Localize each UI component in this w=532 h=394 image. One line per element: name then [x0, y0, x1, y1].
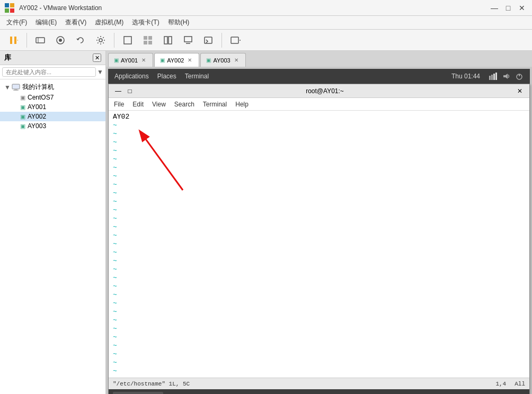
close-button[interactable]: ✕: [516, 2, 528, 14]
taskbar-terminal-item[interactable]: ▣ root@AY01:~: [113, 392, 163, 394]
svg-marker-11: [76, 39, 79, 40]
send-ctrl-alt-del-button[interactable]: [31, 31, 49, 49]
menu-view[interactable]: 查看(V): [61, 16, 91, 30]
inner-menu-terminal[interactable]: Terminal: [200, 98, 230, 111]
status-range: All: [515, 381, 525, 387]
tab-ay002[interactable]: ▣ AY002 ✕: [154, 53, 199, 67]
terminal-line-hostname: AY02: [113, 113, 525, 121]
tree-ay003[interactable]: ▶ ▣ AY003: [0, 121, 105, 131]
guest-os-bar: Applications Places Terminal Thu 01:44: [108, 69, 530, 84]
tab-ay003[interactable]: ▣ AY003 ✕: [200, 53, 245, 67]
fullscreen-button[interactable]: [119, 31, 137, 49]
svg-marker-33: [503, 74, 508, 79]
ay001-label: AY001: [28, 103, 46, 111]
split-button[interactable]: [159, 31, 177, 49]
svg-rect-2: [5, 8, 9, 13]
power-icon: [515, 73, 524, 80]
tree-ay001[interactable]: ▶ ▣ AY001: [0, 102, 105, 112]
tab-ay001[interactable]: ▣ AY001 ✕: [108, 53, 153, 67]
terminal-line-25: ~: [113, 325, 525, 333]
inner-menu-search[interactable]: Search: [171, 98, 198, 111]
expand-icon: ▼: [4, 84, 11, 91]
status-position: 1,4 All: [495, 381, 525, 387]
sidebar-close-button[interactable]: ✕: [93, 53, 101, 62]
tab-ay002-close[interactable]: ✕: [186, 57, 193, 64]
inner-menu-view[interactable]: View: [149, 98, 169, 111]
tab-ay001-icon: ▣: [114, 57, 119, 63]
inner-menu-help[interactable]: Help: [232, 98, 252, 111]
tree-my-computer[interactable]: ▼ 我的计算机: [0, 82, 105, 93]
menu-bar: 文件(F) 编辑(E) 查看(V) 虚拟机(M) 选项卡(T) 帮助(H): [0, 16, 532, 30]
vm-manage-button[interactable]: [179, 31, 197, 49]
snapshot-button[interactable]: [51, 31, 69, 49]
terminal-content[interactable]: AY02 ~ ~ ~ ~ ~ ~ ~ ~ ~ ~ ~ ~ ~ ~ ~ ~: [109, 111, 529, 378]
terminal-line-10: ~: [113, 198, 525, 206]
settings-button[interactable]: [92, 31, 110, 49]
svg-rect-26: [12, 84, 20, 89]
computer-icon: [12, 84, 20, 91]
svg-rect-20: [184, 37, 192, 42]
status-pos: 1,4: [495, 381, 506, 387]
network-icon: [489, 73, 498, 80]
terminal-line-1: ~: [113, 121, 525, 130]
svg-rect-30: [491, 75, 493, 80]
svg-rect-15: [148, 36, 152, 40]
guest-menu-applications[interactable]: Applications: [114, 73, 149, 80]
tab-ay003-label: AY003: [213, 57, 230, 64]
inner-maximize-button[interactable]: □: [125, 86, 135, 96]
terminal-line-5: ~: [113, 155, 525, 164]
inner-title-bar: — □ root@AY01:~ ✕: [109, 84, 529, 98]
tab-ay003-close[interactable]: ✕: [233, 57, 240, 64]
guest-menu-terminal[interactable]: Terminal: [185, 73, 209, 80]
toolbar-separator-3: [221, 33, 222, 48]
app-icon: [4, 3, 15, 13]
menu-vm[interactable]: 虚拟机(M): [91, 16, 128, 30]
svg-rect-1: [10, 3, 14, 7]
menu-edit[interactable]: 编辑(E): [31, 16, 61, 30]
guest-status-icons: [489, 73, 524, 80]
menu-tabs[interactable]: 选项卡(T): [128, 16, 163, 30]
svg-rect-16: [144, 41, 147, 44]
ay002-label: AY002: [28, 113, 46, 120]
terminal-line-16: ~: [113, 248, 525, 257]
tree-ay002[interactable]: ▶ ▣ AY002: [0, 112, 105, 121]
terminal-line-28: ~: [113, 350, 525, 359]
terminal-line-19: ~: [113, 274, 525, 282]
unity-button[interactable]: [139, 31, 157, 49]
my-computer-label: 我的计算机: [22, 83, 54, 92]
window-title: AY002 - VMware Workstation: [19, 4, 489, 12]
svg-rect-4: [10, 37, 12, 44]
sidebar: 库 ✕ ▼ ▼ 我的计算机 ▶ ▣ CentOS7 ▶: [0, 51, 106, 394]
ay003-label: AY003: [28, 122, 46, 130]
terminal-line-17: ~: [113, 257, 525, 265]
guest-clock: Thu 01:44: [451, 73, 480, 80]
tree-centos7[interactable]: ▶ ▣ CentOS7: [0, 93, 105, 102]
maximize-button[interactable]: □: [502, 2, 514, 14]
search-input[interactable]: [2, 67, 96, 77]
terminal-line-9: ~: [113, 189, 525, 198]
tab-ay001-close[interactable]: ✕: [140, 57, 147, 64]
minimize-button[interactable]: —: [489, 2, 500, 14]
inner-close-button[interactable]: ✕: [515, 86, 525, 96]
console-button[interactable]: [199, 31, 217, 49]
inner-menu-bar: File Edit View Search Terminal Help: [109, 98, 529, 111]
guest-menu-places[interactable]: Places: [157, 73, 176, 80]
inner-minimize-button[interactable]: —: [113, 86, 123, 96]
inner-menu-edit[interactable]: Edit: [129, 98, 147, 111]
pause-button[interactable]: [4, 31, 22, 49]
revert-button[interactable]: [72, 31, 90, 49]
menu-help[interactable]: 帮助(H): [164, 16, 194, 30]
svg-rect-17: [148, 41, 152, 44]
terminal-line-23: ~: [113, 308, 525, 316]
terminal-line-15: ~: [113, 240, 525, 248]
inner-menu-file[interactable]: File: [111, 98, 127, 111]
menu-file[interactable]: 文件(F): [2, 16, 31, 30]
sidebar-search-bar: ▼: [0, 65, 105, 79]
tab-ay001-label: AY001: [121, 57, 138, 64]
sidebar-tree: ▼ 我的计算机 ▶ ▣ CentOS7 ▶ ▣ AY001 ▶ ▣: [0, 79, 105, 394]
inner-terminal-window: — □ root@AY01:~ ✕ File Edit View Search …: [108, 84, 530, 394]
vm-icon: ▣: [20, 94, 25, 101]
search-dropdown-icon[interactable]: ▼: [97, 68, 103, 76]
more-button[interactable]: [226, 31, 244, 49]
svg-rect-7: [36, 38, 45, 43]
